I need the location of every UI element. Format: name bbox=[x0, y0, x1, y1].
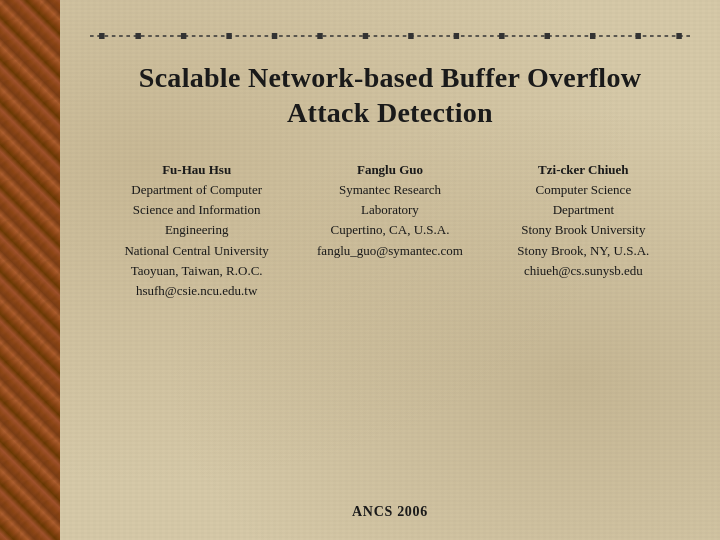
svg-rect-5 bbox=[272, 33, 277, 39]
svg-rect-10 bbox=[499, 33, 504, 39]
title-section: Scalable Network-based Buffer Overflow A… bbox=[90, 60, 690, 130]
author-block-2: Fanglu Guo Symantec Research Laboratory … bbox=[293, 160, 486, 261]
affiliation-3-line1: Computer Science bbox=[487, 180, 680, 200]
affiliation-1-line3: Engineering bbox=[100, 220, 293, 240]
affiliation-2-line2: Laboratory bbox=[293, 200, 486, 220]
svg-rect-8 bbox=[408, 33, 413, 39]
svg-rect-9 bbox=[454, 33, 459, 39]
affiliation-2-line1: Symantec Research bbox=[293, 180, 486, 200]
affiliation-1-line6: hsufh@csie.ncu.edu.tw bbox=[100, 281, 293, 301]
svg-rect-3 bbox=[181, 33, 186, 39]
affiliation-1-line1: Department of Computer bbox=[100, 180, 293, 200]
affiliation-2-line3: Cupertino, CA, U.S.A. bbox=[293, 220, 486, 240]
svg-rect-13 bbox=[635, 33, 640, 39]
slide-title: Scalable Network-based Buffer Overflow A… bbox=[90, 60, 690, 130]
affiliation-3-line4: Stony Brook, NY, U.S.A. bbox=[487, 241, 680, 261]
affiliation-3-line5: chiueh@cs.sunysb.edu bbox=[487, 261, 680, 281]
affiliation-1-line4: National Central University bbox=[100, 241, 293, 261]
affiliation-3-line3: Stony Brook University bbox=[487, 220, 680, 240]
author-block-3: Tzi-cker Chiueh Computer Science Departm… bbox=[487, 160, 680, 281]
svg-rect-14 bbox=[676, 33, 681, 39]
author-name-3: Tzi-cker Chiueh bbox=[487, 160, 680, 180]
svg-rect-7 bbox=[363, 33, 368, 39]
svg-rect-12 bbox=[590, 33, 595, 39]
author-name-1: Fu-Hau Hsu bbox=[100, 160, 293, 180]
svg-rect-11 bbox=[545, 33, 550, 39]
dashed-separator bbox=[90, 30, 690, 42]
svg-rect-6 bbox=[317, 33, 322, 39]
left-border-decoration bbox=[0, 0, 60, 540]
svg-rect-1 bbox=[99, 33, 104, 39]
affiliation-1-line5: Taoyuan, Taiwan, R.O.C. bbox=[100, 261, 293, 281]
affiliation-1-line2: Science and Information bbox=[100, 200, 293, 220]
footer-section: ANCS 2006 bbox=[90, 494, 690, 525]
affiliation-3-line2: Department bbox=[487, 200, 680, 220]
svg-rect-4 bbox=[226, 33, 231, 39]
authors-section: Fu-Hau Hsu Department of Computer Scienc… bbox=[90, 160, 690, 494]
conference-label: ANCS 2006 bbox=[90, 504, 690, 520]
affiliation-2-line4: fanglu_guo@symantec.com bbox=[293, 241, 486, 261]
svg-rect-2 bbox=[135, 33, 140, 39]
author-block-1: Fu-Hau Hsu Department of Computer Scienc… bbox=[100, 160, 293, 301]
author-name-2: Fanglu Guo bbox=[293, 160, 486, 180]
slide-content: Scalable Network-based Buffer Overflow A… bbox=[60, 0, 720, 540]
